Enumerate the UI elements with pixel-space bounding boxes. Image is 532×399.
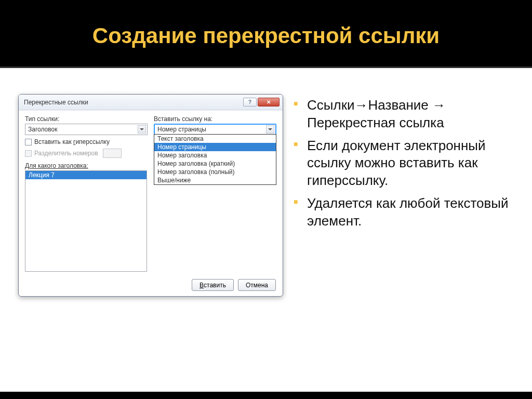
dropdown-option[interactable]: Текст заголовка — [154, 135, 276, 143]
chevron-down-icon[interactable] — [138, 125, 146, 134]
dialog-footer: Вставить Отмена — [192, 279, 276, 291]
hyperlink-checkbox-label: Вставить как гиперссылку — [34, 138, 110, 145]
dropdown-option[interactable]: Номер заголовка (краткий) — [154, 159, 276, 168]
insert-on-value: Номер страницы — [157, 126, 206, 133]
link-type-label: Тип ссылки: — [25, 115, 148, 123]
bullet-list: Ссылки→Название → Перекрестная ссылка Ес… — [294, 97, 516, 230]
dropdown-option[interactable]: Номер заголовка (полный) — [154, 168, 276, 176]
insert-on-dropdown[interactable]: Текст заголовка Номер страницы Номер заг… — [154, 134, 276, 185]
slide-title: Создание перекрестной ссылки — [0, 0, 532, 66]
hyperlink-checkbox[interactable] — [25, 139, 32, 145]
cross-reference-dialog: Перекрестные ссылки ? ✕ Тип ссылки: Заго… — [18, 94, 283, 297]
chevron-down-icon[interactable] — [266, 125, 274, 134]
dialog-body: Тип ссылки: Заголовок Вставить как гипер… — [19, 110, 283, 278]
bullet-item: Если документ электронный ссылку можно в… — [294, 137, 516, 190]
dropdown-option[interactable]: Выше/ниже — [154, 176, 276, 184]
separator-checkbox-row: Разделитель номеров — [25, 149, 148, 158]
titlebar-buttons: ? ✕ — [243, 98, 280, 107]
dropdown-option[interactable]: Номер страницы — [154, 143, 276, 151]
separator-field — [103, 149, 122, 158]
right-panel: Ссылки→Название → Перекрестная ссылка Ес… — [288, 68, 532, 392]
insert-button[interactable]: Вставить — [192, 279, 234, 291]
bullet-item: Ссылки→Название → Перекрестная ссылка — [294, 97, 516, 132]
separator-checkbox-label: Разделитель номеров — [34, 150, 98, 157]
insert-on-select[interactable]: Номер страницы — [154, 124, 276, 135]
content-area: Перекрестные ссылки ? ✕ Тип ссылки: Заго… — [0, 66, 532, 392]
dropdown-option[interactable]: Номер заголовка — [154, 151, 276, 159]
link-type-value: Заголовок — [28, 126, 57, 133]
help-button[interactable]: ? — [243, 98, 257, 107]
titlebar[interactable]: Перекрестные ссылки ? ✕ — [19, 95, 283, 110]
left-panel: Перекрестные ссылки ? ✕ Тип ссылки: Заго… — [0, 68, 288, 392]
for-heading-label: Для какого заголовка: — [25, 162, 148, 169]
arrow-icon: → — [355, 97, 368, 113]
heading-listbox[interactable]: Лекция 7 — [25, 170, 147, 272]
insert-on-label: Вставить ссылку на: — [154, 115, 276, 123]
cancel-button[interactable]: Отмена — [238, 279, 276, 291]
bullet-item: Удаляется как любой текстовый элемент. — [294, 195, 516, 230]
separator-checkbox — [25, 150, 32, 157]
hyperlink-checkbox-row[interactable]: Вставить как гиперссылку — [25, 138, 148, 145]
dialog-title: Перекрестные ссылки — [24, 99, 243, 106]
close-button[interactable]: ✕ — [258, 98, 280, 107]
list-item[interactable]: Лекция 7 — [25, 171, 147, 179]
link-type-select[interactable]: Заголовок — [25, 124, 148, 135]
arrow-icon: → — [432, 97, 446, 113]
